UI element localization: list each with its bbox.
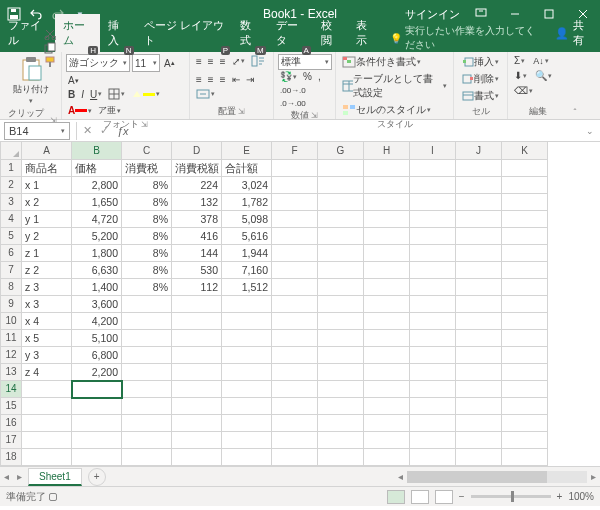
find-icon[interactable]: 🔍▾ bbox=[533, 69, 554, 82]
cell[interactable] bbox=[318, 262, 364, 279]
cell[interactable] bbox=[318, 160, 364, 177]
cell[interactable] bbox=[172, 432, 222, 449]
increase-decimal-icon[interactable]: .00→.0 bbox=[278, 85, 308, 96]
cell[interactable] bbox=[122, 415, 172, 432]
tab-page-layout[interactable]: ページ レイアウトP bbox=[136, 14, 233, 52]
cell[interactable] bbox=[502, 347, 548, 364]
cell[interactable] bbox=[172, 381, 222, 398]
cell[interactable]: 7,160 bbox=[222, 262, 272, 279]
cell[interactable] bbox=[318, 211, 364, 228]
cell[interactable] bbox=[502, 398, 548, 415]
cell[interactable]: 224 bbox=[172, 177, 222, 194]
cell[interactable] bbox=[222, 449, 272, 466]
cell[interactable] bbox=[502, 313, 548, 330]
cell[interactable] bbox=[502, 415, 548, 432]
col-header[interactable]: G bbox=[318, 142, 364, 160]
tab-data[interactable]: データA bbox=[268, 14, 313, 52]
cell[interactable] bbox=[456, 415, 502, 432]
cell[interactable] bbox=[456, 381, 502, 398]
col-header[interactable]: C bbox=[122, 142, 172, 160]
cell[interactable]: 4,720 bbox=[72, 211, 122, 228]
cell[interactable]: 378 bbox=[172, 211, 222, 228]
cell[interactable] bbox=[72, 449, 122, 466]
cell[interactable] bbox=[410, 313, 456, 330]
row-header[interactable]: 17 bbox=[0, 432, 22, 449]
cell[interactable] bbox=[410, 296, 456, 313]
cell[interactable]: 8% bbox=[122, 194, 172, 211]
copy-icon[interactable] bbox=[44, 42, 56, 54]
cell[interactable] bbox=[122, 398, 172, 415]
cell[interactable] bbox=[364, 330, 410, 347]
cell[interactable] bbox=[172, 364, 222, 381]
prev-sheet-icon[interactable]: ◂ bbox=[0, 471, 13, 482]
increase-font-icon[interactable]: A▴ bbox=[162, 57, 177, 70]
collapse-ribbon-icon[interactable]: ˆ bbox=[574, 107, 577, 117]
row-header[interactable]: 3 bbox=[0, 194, 22, 211]
cell[interactable]: 3,024 bbox=[222, 177, 272, 194]
cell[interactable] bbox=[318, 432, 364, 449]
row-header[interactable]: 2 bbox=[0, 177, 22, 194]
cell[interactable] bbox=[122, 347, 172, 364]
dialog-launcher-icon[interactable]: ⇲ bbox=[311, 111, 318, 120]
cell[interactable] bbox=[502, 245, 548, 262]
cell[interactable]: 8% bbox=[122, 245, 172, 262]
cell[interactable]: 消費税額 bbox=[172, 160, 222, 177]
cell[interactable] bbox=[364, 228, 410, 245]
cell[interactable] bbox=[364, 415, 410, 432]
delete-cells-button[interactable]: 削除▾ bbox=[458, 71, 503, 87]
cell[interactable] bbox=[364, 449, 410, 466]
cell[interactable] bbox=[222, 398, 272, 415]
sheet-tab[interactable]: Sheet1 bbox=[28, 468, 82, 486]
col-header[interactable]: I bbox=[410, 142, 456, 160]
cell[interactable] bbox=[272, 160, 318, 177]
cell[interactable] bbox=[272, 313, 318, 330]
underline-button[interactable]: U▾ bbox=[88, 88, 104, 101]
cell[interactable]: 1,782 bbox=[222, 194, 272, 211]
decrease-decimal-icon[interactable]: .0→.00 bbox=[278, 98, 308, 109]
decrease-indent-icon[interactable]: ⇤ bbox=[230, 73, 242, 86]
cell[interactable]: 1,650 bbox=[72, 194, 122, 211]
cell[interactable]: y 1 bbox=[22, 211, 72, 228]
cell[interactable] bbox=[222, 330, 272, 347]
cell[interactable] bbox=[364, 194, 410, 211]
align-center-icon[interactable]: ≡ bbox=[206, 73, 216, 86]
new-sheet-icon[interactable]: + bbox=[88, 468, 106, 486]
cell-styles-button[interactable]: セルのスタイル▾ bbox=[340, 102, 449, 118]
hscroll-left-icon[interactable]: ◂ bbox=[394, 471, 407, 482]
tab-insert[interactable]: 挿入N bbox=[100, 14, 135, 52]
wrap-text-icon[interactable] bbox=[249, 54, 267, 68]
cell[interactable]: 3,600 bbox=[72, 296, 122, 313]
enter-edit-icon[interactable]: ✓ bbox=[100, 124, 109, 137]
formula-input[interactable] bbox=[135, 122, 580, 140]
tell-me[interactable]: 💡実行したい作業を入力してください bbox=[390, 24, 545, 52]
row-header[interactable]: 7 bbox=[0, 262, 22, 279]
cell[interactable] bbox=[502, 228, 548, 245]
row-header[interactable]: 18 bbox=[0, 449, 22, 466]
cell[interactable] bbox=[318, 364, 364, 381]
cell[interactable] bbox=[22, 415, 72, 432]
cell[interactable] bbox=[456, 262, 502, 279]
cell[interactable] bbox=[22, 449, 72, 466]
cell[interactable]: z 2 bbox=[22, 262, 72, 279]
cell[interactable]: x 1 bbox=[22, 177, 72, 194]
cell[interactable] bbox=[272, 449, 318, 466]
italic-button[interactable]: I bbox=[79, 88, 86, 101]
border-icon[interactable]: ▾ bbox=[106, 87, 127, 101]
cell[interactable] bbox=[272, 211, 318, 228]
cell[interactable] bbox=[456, 449, 502, 466]
cell[interactable] bbox=[410, 398, 456, 415]
cell[interactable] bbox=[272, 245, 318, 262]
cell[interactable] bbox=[410, 177, 456, 194]
cell[interactable] bbox=[172, 398, 222, 415]
cell[interactable] bbox=[318, 449, 364, 466]
cell[interactable] bbox=[502, 330, 548, 347]
col-header[interactable]: K bbox=[502, 142, 548, 160]
cell[interactable] bbox=[364, 177, 410, 194]
cell[interactable] bbox=[122, 432, 172, 449]
font-color-icon[interactable]: A▾ bbox=[66, 104, 94, 117]
cell[interactable] bbox=[122, 296, 172, 313]
cell[interactable] bbox=[502, 160, 548, 177]
cell[interactable] bbox=[456, 313, 502, 330]
cell[interactable]: 6,630 bbox=[72, 262, 122, 279]
row-header[interactable]: 8 bbox=[0, 279, 22, 296]
